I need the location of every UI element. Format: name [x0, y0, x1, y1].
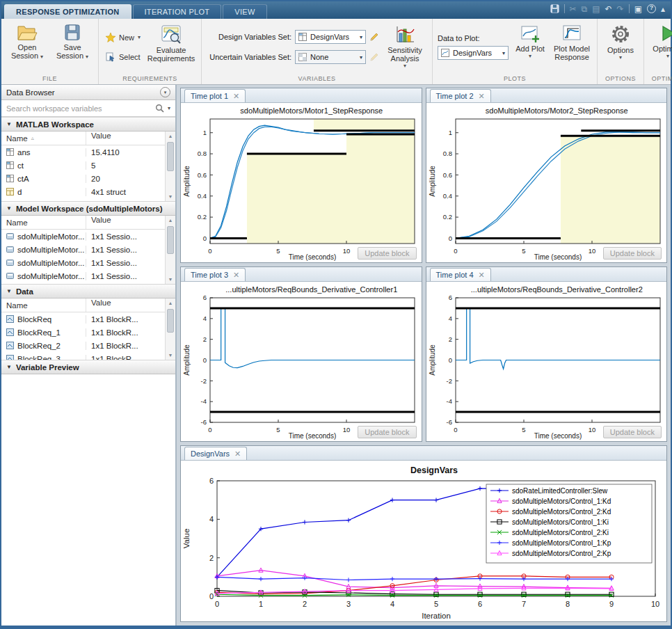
column-header-name[interactable]: Name ▵ — [1, 132, 86, 145]
data-to-plot-dropdown[interactable]: DesignVars ▾ — [438, 46, 509, 60]
tab-view[interactable]: VIEW — [223, 4, 266, 19]
select-cursor-icon — [106, 52, 115, 62]
svg-text:sdoMultipleMotors/Control_2:Ki: sdoMultipleMotors/Control_2:Ki — [512, 529, 609, 536]
table-row[interactable]: ctA 20 — [1, 172, 165, 185]
data-section-header[interactable]: ▼ Data — [1, 284, 175, 298]
save-icon[interactable] — [550, 4, 559, 13]
svg-text:6: 6 — [203, 294, 207, 301]
table-row[interactable]: sdoMultipleMotor... 1x1 Sessio... — [1, 230, 165, 243]
close-icon[interactable]: ✕ — [234, 449, 241, 459]
table-row[interactable]: BlockReq_1 1x1 BlockR... — [1, 326, 165, 339]
search-icon[interactable] — [155, 104, 164, 113]
svg-text:4: 4 — [203, 314, 207, 322]
add-plot-button[interactable]: Add Plot ▾ — [512, 20, 548, 74]
svg-text:5: 5 — [276, 426, 280, 433]
tab-iteration-plot[interactable]: ITERATION PLOT — [133, 4, 222, 19]
svg-text:9: 9 — [609, 600, 614, 608]
save-disk-icon — [63, 24, 81, 42]
layout-icon[interactable]: ▣ — [634, 5, 642, 13]
svg-text:-6: -6 — [201, 418, 207, 426]
scroll-up-icon[interactable]: ▲ — [166, 132, 175, 141]
svg-text:2: 2 — [203, 335, 207, 343]
requirement-icon — [6, 315, 14, 323]
svg-text:0: 0 — [448, 356, 451, 364]
tab-time-plot-1[interactable]: Time plot 1✕ — [184, 89, 246, 102]
close-icon[interactable]: ✕ — [233, 92, 239, 101]
options-button[interactable]: Options ▾ — [602, 20, 639, 74]
svg-text:10: 10 — [588, 426, 595, 433]
table-row[interactable]: d 4x1 struct — [1, 185, 165, 198]
new-requirement-button[interactable]: New ▾ — [104, 31, 143, 44]
model-workspace-header[interactable]: ▼ Model Workspace (sdoMultipleMotors) — [1, 201, 175, 216]
table-row[interactable]: BlockReq 1x1 BlockR... — [1, 312, 165, 326]
scroll-up-icon[interactable]: ▲ — [166, 298, 175, 308]
save-session-button[interactable]: Save Session ▾ — [51, 20, 93, 74]
collapse-ribbon-icon[interactable]: ▴ — [661, 5, 665, 13]
help-icon[interactable]: ? — [647, 4, 656, 13]
scroll-up-icon[interactable]: ▲ — [166, 216, 175, 225]
optimize-button[interactable]: Optimize ▾ — [649, 20, 672, 74]
svg-text:2: 2 — [209, 554, 214, 562]
update-block-button[interactable]: Update block — [603, 426, 662, 438]
scrollbar[interactable]: ▲ ▼ — [165, 216, 175, 284]
browser-menu-button[interactable]: ▾ — [160, 87, 170, 97]
scroll-down-icon[interactable]: ▼ — [166, 351, 175, 360]
svg-text:0.4: 0.4 — [198, 192, 207, 200]
column-header-value[interactable]: Value — [86, 216, 165, 229]
data-browser-title: Data Browser — [6, 88, 55, 97]
paste-icon[interactable]: ▤ — [592, 5, 600, 13]
scroll-down-icon[interactable]: ▼ — [166, 275, 175, 284]
open-session-button[interactable]: Open Session ▾ — [6, 20, 48, 74]
close-icon[interactable]: ✕ — [479, 92, 485, 101]
tab-designvars[interactable]: DesignVars✕ — [184, 447, 247, 460]
table-row[interactable]: BlockReq_2 1x1 BlockR... — [1, 339, 165, 352]
dropdown-caret-icon: ▾ — [403, 64, 406, 68]
design-variables-dropdown[interactable]: DesignVars ▾ — [295, 30, 366, 44]
column-header-value[interactable]: Value — [86, 298, 165, 312]
update-block-button[interactable]: Update block — [358, 426, 416, 438]
scrollbar[interactable]: ▲ ▼ — [165, 298, 175, 360]
svg-text:sdoRateLimitedController:Slew: sdoRateLimitedController:Slew — [512, 487, 608, 495]
requirement-icon — [6, 342, 14, 349]
column-header-value[interactable]: Value — [86, 132, 165, 145]
cut-icon[interactable]: ✂ — [570, 5, 577, 13]
undo-icon[interactable]: ↶ — [605, 5, 612, 13]
column-header-name[interactable]: Name — [1, 298, 86, 312]
plot-model-response-button[interactable]: Plot Model Response — [552, 20, 592, 74]
uncertain-variables-dropdown[interactable]: None ▾ — [295, 50, 366, 64]
scroll-down-icon[interactable]: ▼ — [166, 192, 175, 201]
edit-uncertain-variables-icon[interactable] — [369, 52, 379, 62]
tab-response-optimization[interactable]: RESPONSE OPTIMIZATION — [4, 4, 131, 19]
variable-preview-header[interactable]: ▼ Variable Preview — [1, 360, 175, 374]
svg-text:5: 5 — [522, 247, 525, 255]
variable-set-icon — [298, 33, 307, 41]
search-input[interactable] — [6, 104, 152, 113]
column-header-name[interactable]: Name — [1, 216, 86, 229]
table-row[interactable]: ans 15.4110 — [1, 145, 165, 159]
update-block-button[interactable]: Update block — [603, 247, 662, 260]
table-row[interactable]: ct 5 — [1, 159, 165, 172]
quick-access-toolbar: ✂ ⧉ ▤ ↶ ↷ ▣ ? ▴ — [550, 4, 665, 13]
svg-text:Time (seconds): Time (seconds) — [289, 432, 337, 440]
tab-time-plot-4[interactable]: Time plot 4✕ — [430, 268, 491, 281]
copy-icon[interactable]: ⧉ — [582, 5, 588, 13]
table-row[interactable]: sdoMultipleMotor... 1x1 Sessio... — [1, 256, 165, 269]
table-row[interactable]: sdoMultipleMotor... 1x1 Sessio... — [1, 243, 165, 256]
svg-text:0: 0 — [215, 600, 219, 608]
table-row[interactable]: BlockReq_3 1x1 BlockR... — [1, 352, 165, 360]
search-options-caret-icon[interactable]: ▾ — [168, 106, 170, 111]
edit-design-variables-icon[interactable] — [369, 32, 379, 42]
chart-title: sdoMultipleMotors/Motor1_StepResponse — [181, 103, 422, 115]
select-requirement-button[interactable]: Select — [104, 51, 143, 63]
redo-icon[interactable]: ↷ — [617, 5, 624, 13]
update-block-button[interactable]: Update block — [358, 247, 416, 260]
tab-time-plot-3[interactable]: Time plot 3✕ — [184, 268, 246, 281]
scrollbar[interactable]: ▲ ▼ — [165, 132, 175, 201]
close-icon[interactable]: ✕ — [479, 271, 485, 280]
evaluate-requirements-button[interactable]: Evaluate Requirements — [146, 20, 196, 74]
table-row[interactable]: sdoMultipleMotor... 1x1 Sessio... — [1, 269, 165, 282]
matlab-workspace-header[interactable]: ▼ MATLAB Workspace — [1, 117, 175, 132]
tab-time-plot-2[interactable]: Time plot 2✕ — [430, 89, 491, 102]
close-icon[interactable]: ✕ — [233, 271, 239, 280]
sensitivity-analysis-button[interactable]: Sensitivity Analysis ▾ — [383, 20, 427, 74]
